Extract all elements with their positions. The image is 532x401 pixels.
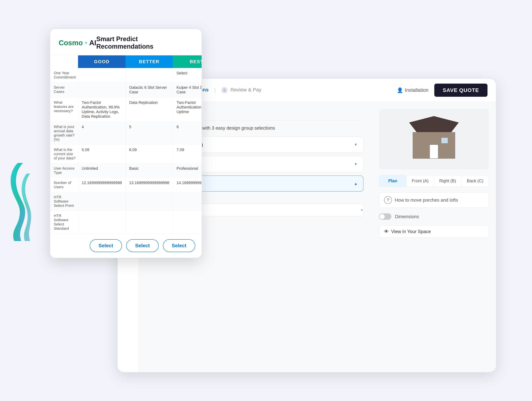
main-container: 4 er Info | 4 Purchase Options | 5 Revie… xyxy=(50,28,497,373)
step-review: 5 Review & Pay xyxy=(221,87,261,93)
row-good: 4 xyxy=(78,122,125,145)
row-better: 5 xyxy=(126,122,173,145)
shed-body xyxy=(413,132,455,159)
select-buttons-row: Select Select Select xyxy=(50,234,202,258)
smart-predict-panel: Cosmo + AI Smart Predict Recommendations… xyxy=(50,28,202,258)
col-header-label xyxy=(50,55,78,68)
table-row: What is the current size of your data? 5… xyxy=(50,145,202,163)
table-row: HTR Software Select Prem xyxy=(50,192,202,211)
table-row: What is your annual data growth rate? (%… xyxy=(50,122,202,145)
tab-plan[interactable]: Plan xyxy=(379,175,407,187)
table-row: What features are necessary? Two-Factor … xyxy=(50,97,202,122)
select-good-cell: Select xyxy=(88,239,124,252)
installation-link[interactable]: 👤 Installation xyxy=(397,87,429,93)
row-label: HTR Software Select Standard xyxy=(50,211,78,234)
select-better-button[interactable]: Select xyxy=(126,239,159,252)
save-quote-button[interactable]: SAVE QUOTE xyxy=(434,84,488,97)
row-label: What is the current size of your data? xyxy=(50,145,78,163)
row-good xyxy=(78,82,125,97)
chevron-down-icon: ▾ xyxy=(355,142,357,147)
row-better: Data Replication xyxy=(126,97,173,122)
dimensions-bar: Dimensions xyxy=(379,213,489,220)
row-label: Server Cases xyxy=(50,82,78,97)
row-better: 6.09 xyxy=(126,145,173,163)
select-best-cell: Select xyxy=(161,239,197,252)
select-better-cell: Select xyxy=(124,239,161,252)
ar-icon: 👁 xyxy=(384,229,389,234)
row-best: Professional xyxy=(173,163,202,178)
tab-back[interactable]: Back (C) xyxy=(462,175,489,187)
shed-door xyxy=(430,144,438,159)
logo-plus: + xyxy=(85,40,88,46)
row-best: 6 xyxy=(173,122,202,145)
row-best xyxy=(173,192,202,211)
select-good-button[interactable]: Select xyxy=(90,239,122,252)
tab-right[interactable]: Right (B) xyxy=(434,175,462,187)
row-good: Two-Factor Authentication, 99.9% Uptime,… xyxy=(78,97,125,122)
hint-bar: ? How to move porches and lofts xyxy=(379,192,489,208)
row-best: 14.1699999999999998 xyxy=(173,178,202,192)
col-header-best: BEST xyxy=(173,55,202,68)
row-good: 5.09 xyxy=(78,145,125,163)
table-row: HTR Software Select Standard xyxy=(50,211,202,234)
col-header-good: GOOD xyxy=(78,55,125,68)
row-good: 12.1699999999999998 xyxy=(78,178,125,192)
row-best: Two-Factor Authentication, 99.9% Uptime xyxy=(173,97,202,122)
table-row: Server Cases Galactic 6 Slot Server Case… xyxy=(50,82,202,97)
tab-front[interactable]: Front (A) xyxy=(407,175,434,187)
smart-predict-header: Cosmo + AI Smart Predict Recommendations xyxy=(50,29,202,55)
row-better: 13.1699999999999998 xyxy=(126,178,173,192)
view-in-space-button[interactable]: 👁 View in Your Space xyxy=(379,226,489,238)
row-best xyxy=(173,211,202,234)
row-better xyxy=(126,68,173,82)
shed-roof xyxy=(409,116,459,132)
toggle-knob xyxy=(380,214,385,219)
logo-ai: AI xyxy=(89,39,96,47)
person-icon: 👤 xyxy=(397,87,403,93)
table-row: User Access Type Unlimited Basic Profess… xyxy=(50,163,202,178)
row-label: User Access Type xyxy=(50,163,78,178)
row-good xyxy=(78,68,125,82)
help-icon: ? xyxy=(384,196,392,204)
row-label: Number of Users xyxy=(50,178,78,192)
row-label: One Year Committment xyxy=(50,68,78,82)
shed-illustration xyxy=(409,120,459,159)
dimensions-toggle[interactable] xyxy=(379,213,391,220)
row-label: What features are necessary? xyxy=(50,97,78,122)
row-good: Unlimited xyxy=(78,163,125,178)
row-best: Kuiper 4 Slot Server Case xyxy=(173,82,202,97)
col-header-better: BETTER xyxy=(126,55,173,68)
logo: Cosmo + AI xyxy=(59,39,96,47)
recommendations-table: GOOD BETTER BEST One Year Committment Se… xyxy=(50,55,202,234)
shed-right-panel: Plan Front (A) Right (B) Back (C) ? How … xyxy=(372,102,496,373)
row-label: HTR Software Select Prem xyxy=(50,192,78,211)
row-label: What is your annual data growth rate? (%… xyxy=(50,122,78,145)
chevron-up-icon: ▴ xyxy=(355,181,357,186)
view-tabs: Plan Front (A) Right (B) Back (C) xyxy=(379,175,489,187)
row-good xyxy=(78,211,125,234)
row-better: Basic xyxy=(126,163,173,178)
panel-title: Smart Predict Recommendations xyxy=(96,35,193,50)
select-best-button[interactable]: Select xyxy=(163,239,196,252)
dimensions-label: Dimensions xyxy=(395,214,419,220)
table-row: One Year Committment Select xyxy=(50,68,202,82)
row-better xyxy=(126,211,173,234)
select-spacer xyxy=(54,239,88,252)
chevron-down-icon: ▾ xyxy=(355,162,357,167)
ai-decoration xyxy=(7,156,43,245)
table-row: Number of Users 12.1699999999999998 13.1… xyxy=(50,178,202,192)
row-better: Galactic 6 Slot Server Case xyxy=(126,82,173,97)
row-best: 7.09 xyxy=(173,145,202,163)
row-better xyxy=(126,192,173,211)
row-best: Select xyxy=(173,68,202,82)
shed-window xyxy=(441,137,448,144)
logo-cosmo: Cosmo xyxy=(59,39,83,47)
shed-3d-view xyxy=(379,109,489,169)
row-good xyxy=(78,192,125,211)
